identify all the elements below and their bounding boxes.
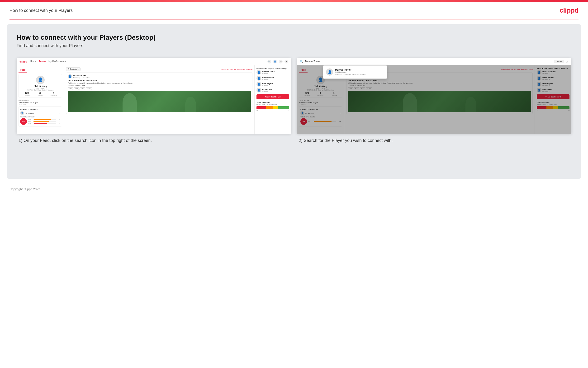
profile-role-1: Golf Coach	[20, 87, 60, 89]
profile-stats-1: 129 Activities 3 Followers 4 Following	[20, 92, 60, 96]
search-results-2: 👤 Marcus Turner 1-5 Handicap Cypress Poi…	[323, 65, 387, 79]
caption-2: 2) Search for the Player you wish to con…	[297, 138, 571, 144]
heatmap-bar-1	[256, 106, 289, 109]
player-avatar-hiral: 👤	[256, 82, 261, 87]
nav-icons-1: 🔍 👤 ⚙ ●	[267, 60, 288, 64]
header: How to connect with your Players clippd	[0, 2, 588, 19]
profile-name-1: Blair McHarg	[20, 85, 60, 87]
user-icon-1[interactable]: 👤	[273, 60, 277, 64]
heatmap-fill-1	[256, 106, 289, 109]
center-feed-1: Following ▾ Control who can see your act…	[64, 65, 254, 134]
latest-activity-1: Latest Activity Afternoon round of golf …	[18, 99, 62, 105]
feed-tab-1[interactable]: Feed	[18, 68, 27, 73]
footer: Copyright Clippd 2022	[0, 184, 588, 195]
copyright: Copyright Clippd 2022	[9, 187, 40, 191]
tag-app: APP	[74, 87, 79, 90]
search-icon-2[interactable]: 🔍	[300, 60, 303, 63]
tag-ott: OTT	[68, 87, 73, 90]
app-logo-1: clippd	[19, 60, 27, 63]
app-nav-1: clippd Home Teams My Performance 🔍 👤 ⚙ ●	[17, 58, 291, 65]
search-result-sub2: Cypress Point Club, United Kingdom	[335, 73, 366, 75]
tag-putt: PUTT	[86, 87, 92, 90]
app-nav-links-1: Home Teams My Performance	[30, 60, 66, 63]
search-icon-1[interactable]: 🔍	[267, 60, 271, 64]
bar-arg: ARG 61	[28, 122, 60, 124]
page-subheading: Find and connect with your Players	[17, 43, 571, 48]
player-item-4: 👤 Eli Vincent Activities: 1	[256, 88, 289, 92]
heatmap-labels-1: -5 +5	[256, 110, 289, 111]
search-result-name-1: Marcus Turner	[335, 68, 366, 71]
nav-home-1[interactable]: Home	[30, 60, 36, 63]
quality-score-1: 84 OTT 79 APP	[20, 118, 60, 125]
bar-app: APP 70	[28, 121, 60, 122]
player-avatar-eli: 👤	[256, 88, 261, 92]
activity-card-1: 👤 Richard Butler Yesterday · The Grove P…	[66, 73, 253, 114]
team-dashboard-button-1[interactable]: Team Dashboard	[256, 94, 289, 99]
search-result-avatar-1: 👤	[326, 68, 333, 76]
player-item-1: 👤 Richard Butler Activities: 7	[256, 70, 289, 75]
player-item-3: 👤 Hiral Pujara Activities: 3	[256, 82, 289, 87]
left-panel-1: Feed Blair McHarg Golf Coach Mill Ride G…	[17, 65, 64, 134]
profile-card-1: Blair McHarg Golf Coach Mill Ride Golf C…	[18, 74, 62, 97]
header-title: How to connect with your Players	[9, 8, 73, 13]
bar-ott: OTT 79	[28, 119, 60, 120]
clear-button-2[interactable]: CLEAR	[554, 60, 564, 63]
caption-1: 1) On your Feed, click on the search ico…	[17, 138, 291, 144]
player-performance-section-1: Player Performance 👤 Eli Vincent ▾ Total…	[18, 107, 62, 127]
hm-orange	[266, 106, 273, 109]
activity-avatar-1: 👤	[68, 74, 72, 78]
page-heading: How to connect with your Players (Deskto…	[17, 34, 571, 41]
search-bar-2: 🔍 Marcus Turner CLEAR ✕	[297, 58, 571, 65]
search-input-2[interactable]: Marcus Turner	[305, 60, 552, 63]
tag-arg: ARG	[79, 87, 85, 90]
hm-green	[278, 106, 289, 109]
tag-row-1: OTT APP ARG PUTT	[68, 87, 251, 90]
stat-activities-1: 129 Activities	[24, 92, 30, 96]
close-button-2[interactable]: ✕	[566, 60, 569, 64]
hm-red	[256, 106, 266, 109]
dropdown-arrow-1: ▾	[59, 112, 60, 114]
player-avatar-sm-1: 👤	[20, 111, 24, 115]
header-divider	[9, 19, 579, 19]
logo: clippd	[560, 7, 579, 14]
app-body-1: Feed Blair McHarg Golf Coach Mill Ride G…	[17, 65, 291, 134]
screenshots-row: clippd Home Teams My Performance 🔍 👤 ⚙ ●	[17, 58, 571, 144]
search-result-item-1[interactable]: 👤 Marcus Turner 1-5 Handicap Cypress Poi…	[325, 67, 385, 77]
following-row-1: Following ▾ Control who can see your act…	[66, 67, 253, 71]
screenshot-frame-2: 🔍 Marcus Turner CLEAR ✕ 👤 Marcus Turner …	[297, 58, 571, 134]
screenshot-col-1: clippd Home Teams My Performance 🔍 👤 ⚙ ●	[17, 58, 291, 144]
stat-followers-1: 3 Followers	[37, 92, 43, 96]
player-select-1[interactable]: 👤 Eli Vincent ▾	[20, 111, 60, 115]
quality-section-1: Total Player Quality 84 OTT 79	[20, 116, 60, 125]
activity-user-1: 👤 Richard Butler Yesterday · The Grove	[68, 74, 251, 78]
score-bars-1: OTT 79 APP 70	[28, 119, 60, 124]
avatar-icon-1[interactable]: ●	[284, 60, 288, 64]
settings-icon-1[interactable]: ⚙	[279, 60, 283, 64]
player-avatar-richard: 👤	[256, 70, 261, 75]
search-result-sub1: 1-5 Handicap	[335, 71, 366, 73]
nav-performance-1[interactable]: My Performance	[48, 60, 66, 63]
hm-yellow	[273, 106, 278, 109]
profile-club-1: Mill Ride Golf Club, United Kingdom	[20, 89, 60, 91]
main-content: How to connect with your Players (Deskto…	[7, 24, 581, 179]
top-gradient-bar	[0, 0, 588, 2]
right-panel-1: Most Active Players - Last 30 days 👤 Ric…	[254, 65, 291, 134]
screenshot-frame-1: clippd Home Teams My Performance 🔍 👤 ⚙ ●	[17, 58, 291, 134]
player-avatar-piers: 👤	[256, 76, 261, 81]
activity-image-1	[68, 91, 251, 112]
following-button-1[interactable]: Following ▾	[66, 67, 80, 71]
stat-following-1: 4 Following	[51, 92, 57, 96]
nav-teams-1[interactable]: Teams	[39, 60, 46, 63]
screenshot-col-2: 🔍 Marcus Turner CLEAR ✕ 👤 Marcus Turner …	[297, 58, 571, 144]
control-link-1[interactable]: Control who can see your activity and da…	[221, 68, 253, 70]
score-circle-1: 84	[20, 118, 27, 125]
player-item-2: 👤 Piers Parnell Activities: 4	[256, 76, 289, 81]
activity-meta-1: Duration 02 hr : 00 min	[68, 85, 251, 87]
avatar-1	[36, 76, 45, 84]
